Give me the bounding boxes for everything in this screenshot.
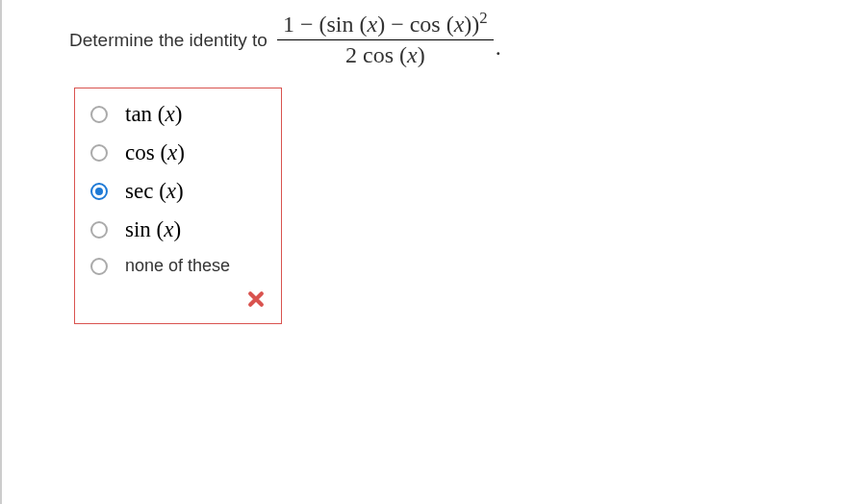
option-cos[interactable]: cos (x): [85, 140, 271, 165]
option-label: cos (x): [125, 140, 185, 165]
question-text: Determine the identity to: [69, 30, 268, 51]
option-label: sin (x): [125, 217, 181, 242]
option-tan[interactable]: tan (x): [85, 102, 271, 127]
radio-unchecked-icon: [90, 221, 108, 239]
option-none[interactable]: none of these: [85, 256, 271, 276]
option-sec[interactable]: sec (x): [85, 179, 271, 204]
radio-checked-icon: [90, 183, 108, 200]
option-label: none of these: [125, 256, 230, 276]
option-sin[interactable]: sin (x): [85, 217, 271, 242]
question-period: .: [496, 35, 501, 61]
option-label: tan (x): [125, 102, 182, 127]
question-prompt: Determine the identity to 1 − (sin (x) −…: [2, 12, 841, 68]
radio-unchecked-icon: [90, 144, 108, 162]
options-container: tan (x) cos (x) sec (x) sin (x) none of …: [74, 88, 282, 324]
radio-unchecked-icon: [90, 258, 108, 275]
feedback-incorrect: [85, 290, 271, 314]
radio-unchecked-icon: [90, 106, 108, 123]
question-expression: 1 − (sin (x) − cos (x))2 2 cos (x): [277, 12, 494, 68]
option-label: sec (x): [125, 179, 184, 204]
x-icon: [246, 290, 266, 309]
